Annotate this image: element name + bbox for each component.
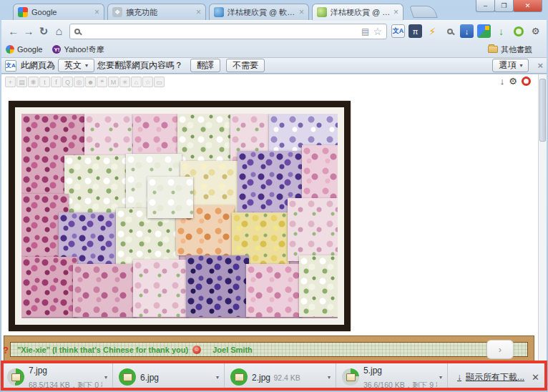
minimize-button[interactable]: –	[476, 0, 495, 12]
bookmark-share-icon[interactable]: ☆	[142, 77, 153, 87]
language-dropdown[interactable]: 英文 ▾	[58, 59, 94, 72]
download-progress-icon	[119, 368, 136, 386]
ie-ring-extension-icon[interactable]	[512, 24, 525, 38]
tab-flower-page-2-active[interactable]: 洋桔梗欣賞 @ 軟體使用教 ×	[312, 4, 403, 20]
google-favicon-icon	[6, 45, 14, 54]
search-extension-icon[interactable]	[443, 24, 456, 38]
download-item-5jpg[interactable]: 5.jpg 36.6/160 KB，剩下 9 秒 ▾	[336, 363, 448, 391]
decline-button[interactable]: 不需要	[226, 59, 265, 72]
twitter-icon[interactable]: t	[39, 77, 50, 87]
site-favicon-icon	[317, 7, 327, 17]
share-icon[interactable]: ✳	[119, 77, 130, 87]
chevron-down-icon[interactable]: ▾	[102, 374, 109, 381]
show-all-downloads-link[interactable]: ↓ 顯示所有下載...	[457, 371, 524, 383]
maximize-button[interactable]: ❐	[494, 0, 514, 12]
translate-icon: 文A	[5, 60, 16, 72]
translate-button[interactable]: 翻譯	[190, 59, 220, 72]
reload-button[interactable]: ↻	[36, 23, 52, 40]
tab-label: 擴充功能	[126, 7, 193, 18]
download-arrow-icon: ↓	[457, 372, 461, 382]
tab-google[interactable]: Google ×	[13, 4, 104, 20]
paw-icon[interactable]: ❋	[28, 77, 39, 87]
bookmark-google[interactable]: Google	[6, 45, 42, 54]
smiley-emoji-icon: ☺	[192, 346, 201, 354]
back-button[interactable]: ←	[6, 23, 21, 40]
extension-row: 文A π ⚡ ↓ ↓ ⚙	[391, 24, 542, 38]
translate-extension-icon[interactable]: 文A	[391, 24, 405, 38]
image-file-icon	[123, 373, 132, 381]
flower-collage-image[interactable]	[9, 101, 351, 331]
messenger-icon[interactable]: ◎	[74, 77, 84, 87]
home-button[interactable]: ⌂	[52, 23, 67, 40]
search-icon	[74, 29, 80, 34]
chevron-down-icon: ▾	[519, 62, 522, 69]
download-extension-icon[interactable]: ↓	[460, 24, 474, 38]
tab-close-icon[interactable]: ×	[299, 7, 304, 17]
download-item-6jpg[interactable]: 6.jpg ▾	[113, 363, 225, 391]
download-status: 68.5/134 KB，剩下 0 秒	[29, 381, 102, 389]
download-progress-icon	[7, 368, 24, 386]
address-bar[interactable]	[84, 26, 358, 37]
print-icon[interactable]: ▤	[16, 77, 27, 87]
scrollbar-thumb[interactable]	[539, 79, 546, 142]
chevron-down-icon[interactable]: ▾	[437, 374, 444, 381]
download-filename: 5.jpg	[363, 366, 382, 376]
comment-author: Joel Smith	[212, 346, 253, 354]
download-progress-icon	[230, 368, 248, 386]
tab-close-icon[interactable]: ×	[196, 7, 201, 17]
google-favicon-icon	[18, 7, 28, 17]
new-tab-button[interactable]	[409, 6, 438, 18]
show-all-downloads-label: 顯示所有下載...	[466, 371, 524, 383]
gmail-icon[interactable]: M	[108, 77, 119, 87]
next-page-button[interactable]: ›	[486, 340, 514, 359]
green-download-extension-icon[interactable]: ↓	[494, 24, 508, 38]
tab-extensions[interactable]: ❖ 擴充功能 ×	[107, 4, 206, 20]
tab-close-icon[interactable]: ×	[94, 7, 99, 17]
gallery-extension-icon[interactable]	[477, 24, 491, 38]
tab-label: 洋桔梗欣賞 @ 軟體使用教	[227, 7, 296, 18]
tab-close-icon[interactable]: ×	[393, 7, 398, 17]
omnibox: ▤ ☆	[69, 24, 387, 39]
lightning-extension-icon[interactable]: ⚡	[426, 24, 439, 38]
window-share-icon[interactable]: ▭	[154, 77, 165, 87]
page-scrollbar[interactable]	[538, 74, 547, 363]
collage-photo	[133, 114, 180, 155]
download-arrow-icon[interactable]: ↓	[500, 76, 505, 87]
window-close-button[interactable]: ✕	[513, 0, 542, 12]
bookmark-star-icon[interactable]: ☆	[373, 26, 382, 37]
folder-icon	[488, 46, 498, 53]
forward-button[interactable]: →	[21, 23, 36, 40]
collage-photo	[299, 255, 338, 317]
download-item-7jpg[interactable]: 7.jpg 68.5/134 KB，剩下 0 秒 ▾	[1, 363, 113, 391]
chevron-down-icon[interactable]: ▾	[326, 374, 333, 381]
browser-window: Google × ❖ 擴充功能 × 洋桔梗欣賞 @ 軟體使用教 × 洋桔梗欣賞 …	[0, 0, 548, 392]
downloads-bar-close-icon[interactable]: ✕	[532, 372, 539, 383]
home-share-icon[interactable]: ⌂	[131, 77, 142, 87]
wrench-icon[interactable]: ⚙	[509, 76, 517, 87]
download-status: 36.6/160 KB，剩下 9 秒	[363, 381, 437, 389]
bookmark-label: Yahoo!奇摩	[64, 44, 104, 55]
collage-photo	[186, 255, 249, 317]
infobar-close-icon[interactable]: ×	[537, 60, 543, 71]
comment-text: "Xie-xie" (I think that's Chinese for th…	[17, 346, 188, 354]
page-action-icon[interactable]: ▤	[361, 26, 369, 36]
tab-flower-page-1[interactable]: 洋桔梗欣賞 @ 軟體使用教 ×	[209, 4, 309, 20]
chevron-down-icon[interactable]: ▾	[214, 374, 221, 381]
pi-extension-icon[interactable]: π	[408, 24, 422, 38]
other-bookmarks-button[interactable]: 其他書籤	[488, 44, 532, 55]
bookmark-yahoo[interactable]: Y! Yahoo!奇摩	[52, 44, 104, 55]
add-share-icon[interactable]: +	[5, 77, 16, 87]
chat-icon[interactable]: ❝	[97, 77, 107, 87]
page-content: + ▤ ❋ t f Q ◎ ☻ ❝ M ✳ ⌂ ☆ ▭ ↓ ⚙	[1, 74, 547, 363]
download-filename: 2.jpg	[252, 373, 270, 383]
profile-icon[interactable]: ☻	[85, 77, 96, 87]
qq-icon[interactable]: Q	[62, 77, 73, 87]
browser-toolbar: ← → ↻ ⌂ ▤ ☆ 文A π ⚡ ↓ ↓ ⚙	[1, 20, 547, 41]
facebook-icon[interactable]: f	[51, 77, 62, 87]
question-mark-text: ?	[3, 345, 9, 356]
collage-photo	[246, 264, 302, 317]
collage-photo-area	[21, 114, 338, 318]
options-dropdown[interactable]: 選項 ▾	[492, 59, 529, 72]
download-item-2jpg[interactable]: 2.jpg 92.4 KB ▾	[225, 363, 336, 391]
wrench-icon[interactable]: ⚙	[529, 24, 542, 38]
